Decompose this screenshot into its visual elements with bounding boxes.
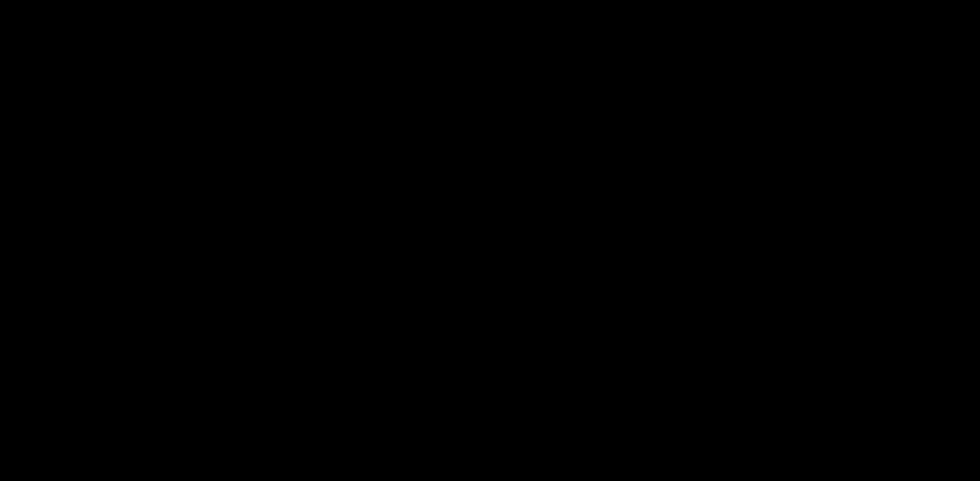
spek-window: [0, 0, 980, 481]
spectrogram: [31, 32, 933, 460]
db-colorbar: [939, 32, 945, 460]
app-brand: [974, 3, 976, 12]
